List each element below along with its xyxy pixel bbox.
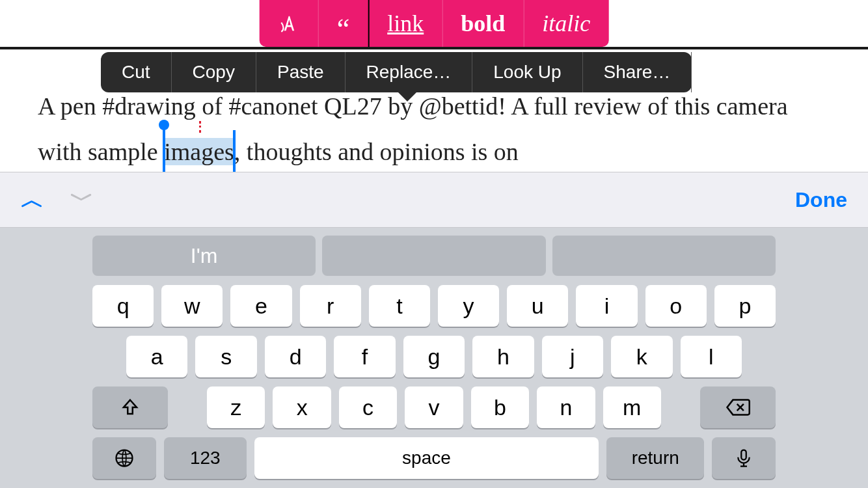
key-j[interactable]: j	[542, 336, 603, 377]
backspace-icon	[726, 398, 750, 416]
keyboard: I'm q w e r t y u i o p a s d f g h j k …	[0, 228, 868, 488]
suggestion-1[interactable]: I'm	[92, 236, 316, 276]
toolbar-separator	[0, 47, 868, 49]
quote-button[interactable]: “	[319, 0, 370, 47]
copy-button[interactable]: Copy	[172, 52, 256, 92]
key-k[interactable]: k	[611, 336, 672, 377]
globe-icon	[115, 448, 134, 468]
key-s[interactable]: s	[195, 336, 256, 377]
style-button[interactable]	[260, 0, 319, 47]
key-e[interactable]: e	[230, 285, 292, 327]
suggestion-3[interactable]	[552, 236, 776, 276]
key-n[interactable]: n	[537, 386, 595, 428]
key-row-2: a s d f g h j k l	[8, 336, 860, 377]
key-m[interactable]: m	[603, 386, 661, 428]
key-w[interactable]: w	[161, 285, 223, 327]
text-selection[interactable]: images	[164, 129, 234, 174]
key-o[interactable]: o	[645, 285, 707, 327]
dictation-key[interactable]	[712, 437, 776, 479]
accessory-nav: ︿ ﹀	[21, 184, 94, 216]
key-u[interactable]: u	[507, 285, 568, 327]
key-r[interactable]: r	[300, 285, 361, 327]
key-v[interactable]: v	[405, 386, 463, 428]
key-b[interactable]: b	[471, 386, 529, 428]
quote-icon: “	[337, 15, 350, 44]
editor-text[interactable]: A pen #drawing of #canonet QL27 by @bett…	[38, 83, 830, 175]
selection-dot-start[interactable]	[159, 120, 169, 130]
done-button[interactable]: Done	[795, 188, 847, 212]
return-key[interactable]: return	[606, 437, 704, 479]
key-y[interactable]: y	[438, 285, 499, 327]
keyboard-accessory-bar: ︿ ﹀ Done	[0, 172, 868, 228]
key-a[interactable]: a	[126, 336, 187, 377]
bold-button[interactable]: bold	[442, 0, 524, 47]
italic-button[interactable]: italic	[524, 0, 608, 47]
key-p[interactable]: p	[714, 285, 776, 327]
key-x[interactable]: x	[273, 386, 331, 428]
cut-button[interactable]: Cut	[101, 52, 172, 92]
svg-rect-1	[741, 450, 746, 460]
shift-key[interactable]	[92, 386, 168, 428]
format-toolbar: “ link bold italic	[260, 0, 609, 47]
link-button[interactable]: link	[369, 0, 442, 47]
lookup-button[interactable]: Look Up	[472, 52, 582, 92]
suggestion-2[interactable]	[322, 236, 545, 276]
key-g[interactable]: g	[403, 336, 465, 377]
key-h[interactable]: h	[472, 336, 534, 377]
key-l[interactable]: l	[681, 336, 742, 377]
suggestion-row: I'm	[8, 236, 860, 276]
context-menu: Cut Copy Paste Replace… Look Up Share…	[101, 52, 692, 92]
spellcheck-marker	[199, 121, 201, 133]
shift-icon	[120, 398, 140, 417]
prev-field-chevron-up-icon[interactable]: ︿	[21, 184, 44, 216]
delete-key[interactable]	[700, 386, 776, 428]
key-row-4: 123 space return	[8, 437, 860, 479]
key-c[interactable]: c	[339, 386, 397, 428]
key-row-3: z x c v b n m	[8, 386, 860, 428]
key-row-1: q w e r t y u i o p	[8, 285, 860, 327]
numbers-key[interactable]: 123	[164, 437, 247, 479]
key-q[interactable]: q	[92, 285, 154, 327]
text-after-selection: , thoughts and opinions is on	[234, 138, 519, 165]
key-d[interactable]: d	[265, 336, 326, 377]
selection-handle-left[interactable]	[163, 125, 165, 173]
key-i[interactable]: i	[576, 285, 637, 327]
globe-key[interactable]	[92, 437, 156, 479]
share-button[interactable]: Share…	[583, 52, 692, 92]
key-z[interactable]: z	[207, 386, 265, 428]
space-key[interactable]: space	[254, 437, 599, 479]
key-f[interactable]: f	[334, 336, 395, 377]
mic-icon	[734, 448, 753, 468]
paste-button[interactable]: Paste	[256, 52, 346, 92]
context-menu-arrow	[397, 91, 418, 102]
style-icon	[278, 12, 300, 34]
next-field-chevron-down-icon: ﹀	[70, 184, 94, 216]
selected-text: images	[164, 138, 234, 165]
replace-button[interactable]: Replace…	[346, 52, 473, 92]
key-t[interactable]: t	[369, 285, 430, 327]
